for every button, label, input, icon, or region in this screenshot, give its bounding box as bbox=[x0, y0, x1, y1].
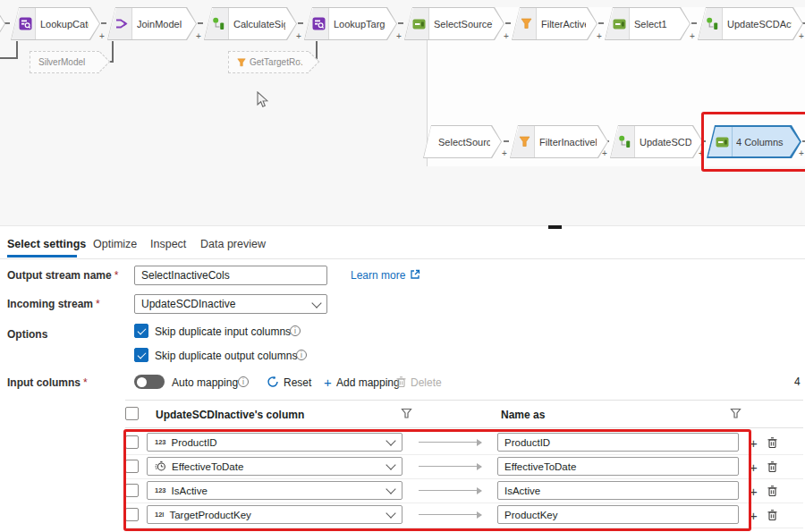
graph-node-label: LookupTargetR... bbox=[334, 7, 386, 40]
panel-resize-handle[interactable] bbox=[548, 225, 562, 229]
row-checkbox[interactable] bbox=[125, 508, 139, 521]
skip-duplicate-input-label: Skip duplicate input columns bbox=[155, 325, 291, 338]
chevron-down-icon bbox=[386, 460, 395, 469]
source-column-select[interactable]: EffectiveToDate bbox=[147, 457, 402, 476]
timestamp-type-icon bbox=[155, 460, 166, 472]
graph-node-offscreen bbox=[0, 7, 5, 40]
graph-node-updatescdinactive[interactable]: UpdateSCDInac... bbox=[610, 125, 703, 158]
name-as-header: Name as bbox=[501, 409, 545, 421]
graph-node-selectsourcetarget-bottom[interactable]: SelectSourceTar... bbox=[423, 125, 502, 158]
add-row-icon[interactable]: + bbox=[750, 509, 758, 522]
name-as-input[interactable] bbox=[497, 505, 739, 524]
trash-icon[interactable] bbox=[767, 509, 778, 521]
row-checkbox[interactable] bbox=[125, 460, 139, 473]
tab-optimize[interactable]: Optimize bbox=[93, 238, 137, 250]
incoming-stream-value: UpdateSCDInactive bbox=[141, 298, 235, 310]
graph-node-label: SelectSourceTar... bbox=[438, 125, 490, 158]
column-count: 4 bbox=[794, 376, 801, 388]
graph-node-filterinactiverows[interactable]: FilterInactiveRo... bbox=[510, 125, 608, 158]
delete-button: Delete bbox=[411, 376, 442, 389]
add-mapping-icon[interactable]: + bbox=[324, 375, 332, 390]
dataflow-canvas[interactable]: + + + + + + + + SilverModel GetTargetRow… bbox=[0, 0, 805, 226]
mapping-arrow bbox=[419, 466, 481, 467]
add-row-icon[interactable]: + bbox=[750, 485, 758, 498]
input-columns-label: Input columns* bbox=[7, 376, 88, 389]
ghost-node-label: SilverModel bbox=[38, 57, 85, 67]
trash-icon[interactable] bbox=[767, 485, 778, 497]
tab-data-preview[interactable]: Data preview bbox=[200, 238, 266, 250]
row-checkbox[interactable] bbox=[125, 484, 139, 497]
skip-duplicate-input-checkbox[interactable] bbox=[134, 324, 148, 338]
options-label: Options bbox=[7, 328, 47, 341]
name-as-input[interactable] bbox=[497, 457, 739, 476]
filter-funnel-icon[interactable] bbox=[730, 408, 741, 419]
source-column-value: TargetProductKey bbox=[169, 510, 250, 520]
select-all-checkbox[interactable] bbox=[125, 407, 139, 420]
source-column-select[interactable]: 12l TargetProductKey bbox=[147, 505, 402, 524]
connector-line bbox=[0, 57, 16, 59]
add-row-icon[interactable]: + bbox=[750, 460, 758, 474]
graph-node-label: 4 Columns bbox=[736, 125, 790, 158]
chevron-down-icon bbox=[386, 435, 395, 445]
add-mapping-button[interactable]: Add mapping bbox=[336, 376, 400, 389]
graph-node-select1[interactable]: Select1 bbox=[605, 7, 691, 40]
graph-node-selectsourcetarget-top[interactable]: SelectSourceTar... bbox=[404, 7, 504, 40]
reset-icon[interactable] bbox=[267, 376, 279, 388]
source-column-value: EffectiveToDate bbox=[172, 461, 243, 472]
skip-duplicate-output-checkbox[interactable] bbox=[134, 348, 148, 362]
source-column-value: ProductID bbox=[172, 437, 217, 448]
table-header-border bbox=[125, 427, 803, 428]
required-asterisk: * bbox=[114, 269, 119, 282]
panel-divider bbox=[0, 225, 805, 226]
incoming-stream-select[interactable]: UpdateSCDInactive bbox=[134, 294, 327, 314]
output-stream-name-input[interactable] bbox=[134, 266, 327, 285]
graph-node-joinmodel[interactable]: JoinModel bbox=[107, 7, 197, 40]
source-column-value: IsActive bbox=[172, 486, 208, 496]
source-column-select[interactable]: 123 IsActive bbox=[147, 481, 402, 500]
graph-node-label: UpdateSCDInac... bbox=[640, 125, 691, 158]
filter-funnel-icon[interactable] bbox=[401, 408, 412, 419]
row-separator bbox=[125, 478, 803, 479]
external-link-icon[interactable] bbox=[410, 269, 420, 280]
edge-dash bbox=[101, 22, 106, 24]
connector-line bbox=[112, 41, 114, 63]
graph-node-lookupcategory[interactable]: LookupCategory bbox=[11, 7, 100, 40]
add-transform-button[interactable]: + bbox=[502, 149, 507, 158]
graph-node-label: UpdateSCDActive bbox=[727, 7, 792, 40]
row-checkbox[interactable] bbox=[125, 435, 139, 449]
graph-node-label: FilterActive bbox=[541, 7, 586, 40]
ghost-node-gettargetrows[interactable]: GetTargetRows bbox=[228, 51, 309, 73]
filter-icon bbox=[237, 58, 246, 67]
add-row-icon[interactable]: + bbox=[750, 436, 758, 450]
info-icon[interactable]: i bbox=[296, 350, 307, 360]
graph-node-calculatesignature[interactable]: CalculateSignat... bbox=[204, 7, 297, 40]
graph-node-filteractive[interactable]: FilterActive bbox=[512, 7, 597, 40]
auto-mapping-toggle[interactable] bbox=[134, 375, 165, 389]
connector-line bbox=[16, 41, 18, 59]
tab-select-settings[interactable]: Select settings bbox=[7, 238, 86, 250]
tabs-border bbox=[0, 258, 805, 259]
learn-more-link[interactable]: Learn more bbox=[351, 269, 405, 282]
table-top-border bbox=[125, 400, 803, 401]
mapping-arrow bbox=[419, 514, 481, 515]
trash-icon[interactable] bbox=[767, 436, 778, 449]
integer-type-icon: 123 bbox=[155, 438, 166, 446]
graph-node-4-columns-selected[interactable]: 4 Columns bbox=[707, 125, 801, 158]
source-column-select[interactable]: 123 ProductID bbox=[147, 433, 402, 452]
name-as-input[interactable] bbox=[497, 433, 739, 452]
info-icon[interactable]: i bbox=[238, 376, 249, 387]
row-separator bbox=[125, 502, 803, 503]
trash-icon[interactable] bbox=[767, 460, 778, 473]
graph-node-updatescdactive[interactable]: UpdateSCDActive bbox=[698, 7, 803, 40]
ghost-node-silvermodel[interactable]: SilverModel bbox=[30, 51, 99, 73]
info-icon[interactable]: i bbox=[290, 325, 301, 336]
name-as-input[interactable] bbox=[497, 481, 739, 500]
edge-dash bbox=[505, 22, 511, 24]
chevron-down-icon bbox=[386, 508, 395, 518]
tab-inspect[interactable]: Inspect bbox=[150, 238, 186, 250]
edge-dash bbox=[504, 140, 509, 142]
output-stream-name-label: Output stream name* bbox=[7, 269, 118, 282]
graph-node-lookuptargetrow[interactable]: LookupTargetR... bbox=[304, 7, 397, 40]
reset-button[interactable]: Reset bbox=[284, 376, 311, 389]
graph-node-label: LookupCategory bbox=[40, 7, 89, 40]
